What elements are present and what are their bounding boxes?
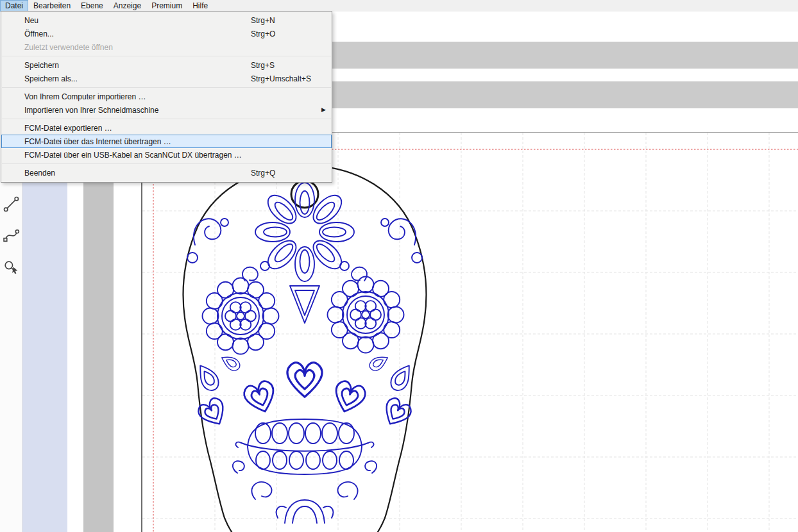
menu-separator [1,117,332,121]
menu-item-label: Zuletzt verwendete öffnen [24,43,251,52]
left-eye-rosette [203,278,279,354]
menu-item-speichern[interactable]: Speichern Strg+S [1,58,332,72]
menu-ebene[interactable]: Ebene [76,0,108,12]
nose-triangle [290,286,319,323]
skull-outline [183,165,427,532]
zoom-select-tool-icon [3,259,20,276]
menu-separator [1,85,332,90]
menu-bearbeiten-label: Bearbeiten [33,1,71,10]
menu-item-beenden[interactable]: Beenden Strg+Q [1,166,332,179]
menu-separator [1,162,332,166]
menu-hilfe-label: Hilfe [192,1,208,10]
menu-hilfe[interactable]: Hilfe [187,0,213,12]
menu-item-label: FCM-Datei exportieren … [24,124,251,133]
menu-datei-label: Datei [5,1,23,10]
sugar-skull-design[interactable] [166,160,444,532]
menu-item-shortcut: Strg+Umschalt+S [251,74,326,83]
forehead-flower [255,183,354,281]
chin-fan [285,500,325,523]
menu-item-label: Neu [24,16,251,25]
menu-item-oeffnen[interactable]: Öffnen... Strg+O [1,27,332,40]
menu-datei[interactable]: Datei [0,0,28,12]
menu-premium-label: Premium [151,1,182,10]
line-tool-icon [3,195,20,213]
menu-item-label: Von Ihrem Computer importieren … [24,92,251,101]
submenu-arrow-icon: ▶ [321,107,326,113]
menu-ebene-label: Ebene [81,1,103,10]
menu-item-zuletzt-verwendete-oeffnen: Zuletzt verwendete öffnen [1,40,332,54]
skull-pattern [187,183,422,523]
menu-item-label: Importieren von Ihrer Schneidmaschine [24,106,321,115]
file-menu-popup: Neu Strg+N Öffnen... Strg+O Zuletzt verw… [1,11,332,183]
curve-tool-button[interactable] [3,227,20,244]
menu-item-shortcut: Strg+S [251,61,326,70]
menu-item-computer-importieren[interactable]: Von Ihrem Computer importieren … [1,90,332,103]
zoom-select-tool-button[interactable] [3,259,20,276]
menu-item-label: FCM-Datei über das Internet übertragen … [24,137,251,146]
teeth [235,419,373,474]
menu-item-label: Speichern als... [24,74,251,83]
menu-item-label: Speichern [24,61,251,70]
menu-item-label: Öffnen... [24,29,251,38]
center-heart [287,363,322,397]
menu-item-schneidmaschine-importieren[interactable]: Importieren von Ihrer Schneidmaschine ▶ [1,103,332,117]
menu-item-fcm-usb-uebertragen[interactable]: FCM-Datei über ein USB-Kabel an ScanNCut… [1,148,332,162]
menu-anzeige-label: Anzeige [114,1,141,10]
menu-item-shortcut: Strg+N [251,16,326,25]
line-tool-button[interactable] [3,195,20,213]
menubar: Datei Bearbeiten Ebene Anzeige Premium H… [0,0,798,12]
menu-item-fcm-exportieren[interactable]: FCM-Datei exportieren … [1,121,332,135]
menu-anzeige[interactable]: Anzeige [108,0,146,12]
menu-premium[interactable]: Premium [146,0,187,12]
menu-item-shortcut: Strg+Q [251,169,326,178]
curve-tool-icon [3,227,20,244]
right-eye-rosette [328,277,404,353]
menu-separator [1,54,332,58]
menu-item-speichern-als[interactable]: Speichern als... Strg+Umschalt+S [1,72,332,85]
menu-item-neu[interactable]: Neu Strg+N [1,13,332,27]
menu-item-fcm-internet-uebertragen[interactable]: FCM-Datei über das Internet übertragen … [1,135,332,148]
menu-bearbeiten[interactable]: Bearbeiten [28,0,76,12]
menu-item-label: FCM-Datei über ein USB-Kabel an ScanNCut… [24,151,251,160]
menu-item-label: Beenden [24,169,251,178]
menu-item-shortcut: Strg+O [251,29,326,38]
